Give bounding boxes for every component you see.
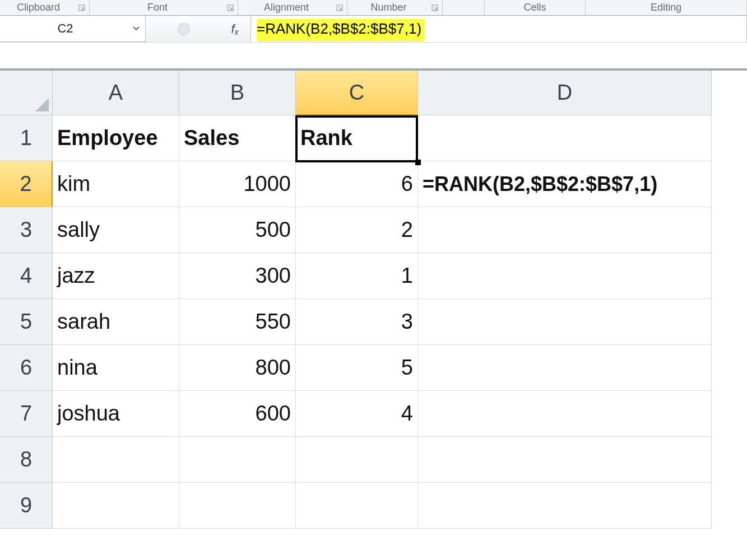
formula-input[interactable]: =RANK(B2,$B$2:$B$7,1) [251, 16, 747, 42]
column-header-D[interactable]: D [418, 71, 712, 115]
cell-B1[interactable]: Sales [179, 115, 296, 161]
ribbon-group-labels: Clipboard Font Alignment Number Cells Ed… [0, 0, 747, 16]
cell-D2[interactable]: =RANK(B2,$B$2:$B$7,1) [418, 161, 712, 207]
row-header-5[interactable]: 5 [0, 299, 53, 345]
cell-D9[interactable] [418, 483, 712, 529]
cell-A1[interactable]: Employee [53, 115, 179, 161]
row-header-8[interactable]: 8 [0, 437, 53, 483]
cell-D5[interactable] [418, 299, 712, 345]
cell-C8[interactable] [296, 437, 418, 483]
cell-A5[interactable]: sarah [53, 299, 179, 345]
row: 9 [0, 483, 747, 529]
cell-D8[interactable] [418, 437, 712, 483]
ribbon-group-font[interactable]: Font [90, 0, 238, 15]
cell-B3[interactable]: 500 [179, 207, 296, 253]
cell-D1[interactable] [418, 115, 712, 161]
ribbon-group-styles-collapsed[interactable] [443, 0, 485, 15]
formula-text: =RANK(B2,$B$2:$B$7,1) [257, 20, 421, 38]
name-box-value: C2 [0, 21, 131, 36]
row: 1 Employee Sales Rank [0, 115, 747, 161]
cell-B6[interactable]: 800 [179, 345, 296, 391]
cell-A6[interactable]: nina [53, 345, 179, 391]
ribbon-group-number[interactable]: Number [347, 0, 443, 15]
cell-C7[interactable]: 4 [296, 391, 418, 437]
row-header-1[interactable]: 1 [0, 115, 53, 161]
name-box[interactable]: C2 [0, 16, 146, 42]
row: 8 [0, 437, 747, 483]
cell-B4[interactable]: 300 [179, 253, 296, 299]
worksheet[interactable]: A B C D 1 Employee Sales Rank 2 kim 1000… [0, 69, 747, 529]
ribbon-group-label: Alignment [238, 2, 335, 13]
row: 5 sarah 550 3 [0, 299, 747, 345]
cell-D7[interactable] [418, 391, 712, 437]
row-header-2[interactable]: 2 [0, 161, 53, 207]
ribbon-group-clipboard[interactable]: Clipboard [0, 0, 90, 15]
dialog-launcher-icon[interactable] [77, 3, 87, 13]
cell-A3[interactable]: sally [53, 207, 179, 253]
cell-B7[interactable]: 600 [179, 391, 296, 437]
cell-C4[interactable]: 1 [296, 253, 418, 299]
row-header-9[interactable]: 9 [0, 483, 53, 529]
column-header-C[interactable]: C [296, 71, 418, 115]
cell-A2[interactable]: kim [53, 161, 179, 207]
cell-A7[interactable]: joshua [53, 391, 179, 437]
formula-bar: C2 fx =RANK(B2,$B$2:$B$7,1) [0, 16, 747, 69]
dialog-launcher-icon[interactable] [335, 3, 345, 13]
cell-A9[interactable] [53, 483, 179, 529]
dialog-launcher-icon[interactable] [430, 3, 440, 13]
cell-B5[interactable]: 550 [179, 299, 296, 345]
row: 4 jazz 300 1 [0, 253, 747, 299]
column-header-A[interactable]: A [53, 71, 179, 115]
ribbon-group-cells[interactable]: Cells [485, 0, 586, 15]
row-header-4[interactable]: 4 [0, 253, 53, 299]
row: 3 sally 500 2 [0, 207, 747, 253]
cell-B9[interactable] [179, 483, 296, 529]
row: 2 kim 1000 6 =RANK(B2,$B$2:$B$7,1) [0, 161, 747, 207]
row: 7 joshua 600 4 [0, 391, 747, 437]
row-header-3[interactable]: 3 [0, 207, 53, 253]
fx-x: x [235, 27, 239, 36]
cell-B2[interactable]: 1000 [179, 161, 296, 207]
cell-C2[interactable]: 6 [296, 161, 418, 207]
ribbon-group-alignment[interactable]: Alignment [238, 0, 347, 15]
cell-D6[interactable] [418, 345, 712, 391]
row-header-6[interactable]: 6 [0, 345, 53, 391]
insert-function-button[interactable]: fx [224, 22, 246, 36]
cell-D4[interactable] [418, 253, 712, 299]
formula-bar-buttons: fx [146, 16, 251, 42]
chevron-down-icon[interactable] [131, 23, 142, 34]
fill-handle[interactable] [415, 160, 421, 165]
cell-B8[interactable] [179, 437, 296, 483]
cell-C5[interactable]: 3 [296, 299, 418, 345]
cell-C1[interactable]: Rank [296, 115, 418, 161]
column-header-B[interactable]: B [179, 71, 296, 115]
cell-D3[interactable] [418, 207, 712, 253]
ribbon-group-label: Number [347, 2, 430, 13]
cell-C6[interactable]: 5 [296, 345, 418, 391]
dialog-launcher-icon[interactable] [225, 3, 235, 13]
cancel-icon[interactable] [178, 23, 190, 35]
ribbon-group-label: Editing [586, 2, 746, 13]
ribbon-group-editing[interactable]: Editing [586, 0, 747, 15]
cell-C3[interactable]: 2 [296, 207, 418, 253]
ribbon-group-label: Font [90, 2, 225, 13]
select-all-corner[interactable] [0, 71, 53, 115]
ribbon-group-label: Clipboard [0, 2, 77, 13]
row-header-7[interactable]: 7 [0, 391, 53, 437]
ribbon-group-label: Cells [485, 2, 585, 13]
cell-C9[interactable] [296, 483, 418, 529]
cell-A8[interactable] [53, 437, 179, 483]
cell-A4[interactable]: jazz [53, 253, 179, 299]
column-header-row: A B C D [0, 71, 747, 115]
row: 6 nina 800 5 [0, 345, 747, 391]
